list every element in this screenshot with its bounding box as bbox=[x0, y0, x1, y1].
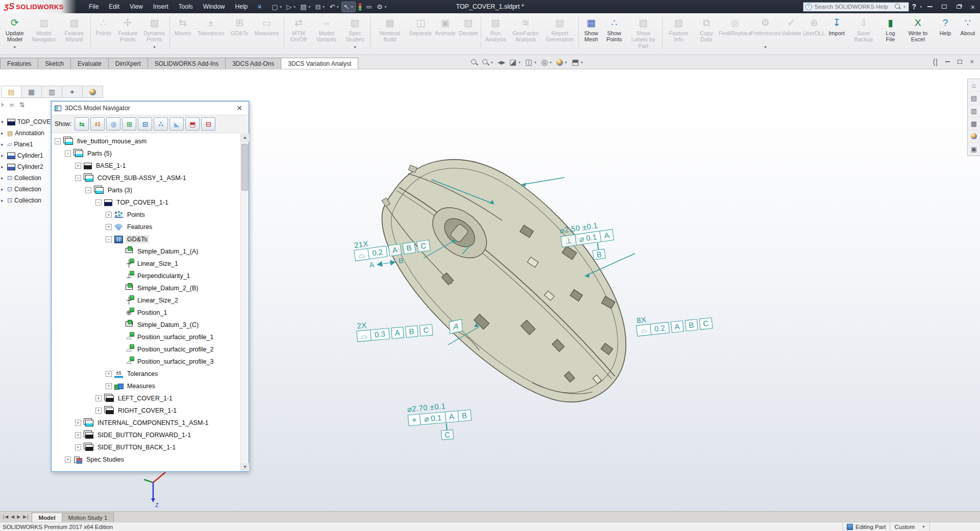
menu-file[interactable]: File bbox=[84, 1, 104, 12]
navigator-title-bar[interactable]: 3DCS Model Navigator ✕ bbox=[52, 102, 249, 115]
pin-icon[interactable]: ✈ bbox=[255, 2, 264, 12]
options-button[interactable]: ⚙▼ bbox=[375, 2, 389, 12]
custom-properties-button[interactable]: ▣ bbox=[968, 143, 980, 156]
dimxpert-tab[interactable]: ⌖ bbox=[62, 86, 83, 98]
collapse-pane-icon[interactable]: ⟨| bbox=[929, 57, 941, 67]
left-mini-icon-0[interactable]: ⊧ bbox=[1, 101, 5, 109]
navigator-tree-item[interactable]: +±1Tolerances bbox=[52, 368, 240, 380]
ribbon-userdll-button[interactable]: ⊛UserDLL bbox=[802, 16, 825, 43]
print-button[interactable]: ⊟▼ bbox=[314, 2, 327, 12]
expand-icon[interactable]: + bbox=[106, 371, 112, 377]
ribbon-separate-button[interactable]: ◫Separate bbox=[408, 16, 433, 43]
ribbon-geofactor-analysis-button[interactable]: ≋GeoFactor Analysis bbox=[508, 16, 543, 43]
navigator-tree-item[interactable]: +SIDE_BUTTON_BACK_1-1 bbox=[52, 441, 240, 453]
left-mini-icon-2[interactable]: ⇅ bbox=[19, 101, 25, 109]
ribbon-model-navigator-button[interactable]: ▥Model Navigator bbox=[29, 16, 60, 43]
bottom-tab-motion-study-1[interactable]: Motion Study 1 bbox=[62, 513, 114, 522]
tab-scroll-buttons[interactable]: |◀◀▶▶| bbox=[0, 512, 32, 522]
restore-button[interactable] bbox=[937, 0, 951, 13]
tab-dimxpert[interactable]: DimXpert bbox=[108, 58, 148, 69]
tab-features[interactable]: Features bbox=[0, 58, 38, 69]
ribbon-moves-button[interactable]: ⇆Moves bbox=[172, 16, 194, 37]
collapse-icon[interactable]: − bbox=[55, 138, 61, 144]
view-settings-button[interactable]: ⬒▼ bbox=[570, 57, 585, 68]
navigator-tree-item[interactable]: ⌓Position_surfacic_profile_2 bbox=[52, 343, 240, 356]
collapse-icon[interactable]: − bbox=[65, 150, 71, 157]
ribbon-gd-ts-button[interactable]: ⊞GD&Ts bbox=[228, 16, 252, 37]
navigator-tree-item[interactable]: ┼Linear_Size_1 bbox=[52, 258, 240, 270]
expand-icon[interactable]: + bbox=[106, 383, 112, 389]
ribbon-write-to-excel-button[interactable]: XWrite to Excel bbox=[901, 16, 934, 43]
search-dropdown-icon[interactable]: ▼ bbox=[903, 5, 906, 9]
ribbon-validate-button[interactable]: ✓Validate bbox=[780, 16, 802, 43]
scrollbar-thumb[interactable] bbox=[241, 144, 248, 191]
ribbon-nominal-build-button[interactable]: ▦Nominal Build bbox=[372, 16, 408, 43]
flyout-caret-icon[interactable]: ▼ bbox=[153, 45, 156, 49]
select-button[interactable]: ↖▼ bbox=[342, 2, 355, 12]
expand-icon[interactable]: + bbox=[65, 457, 71, 463]
configuration-selector[interactable]: Custom bbox=[894, 524, 915, 530]
expand-icon[interactable]: + bbox=[75, 432, 81, 438]
show-mtm-button[interactable]: ⊟ bbox=[201, 117, 215, 131]
navigator-tree-item[interactable]: Simple_Datum_1_(A) bbox=[52, 245, 240, 258]
ribbon-measures-button[interactable]: ▭Measures bbox=[252, 16, 282, 37]
show-circular-tols-button[interactable]: ◎ bbox=[106, 117, 120, 131]
help-caret-icon[interactable]: ▼ bbox=[919, 5, 923, 9]
tab-nav-icon[interactable]: ▶ bbox=[17, 514, 21, 519]
collapse-icon[interactable]: − bbox=[95, 199, 102, 206]
gdt-callout-perpendicularity[interactable]: ⌀2.50 ±0.1 ⊥ ⌀ 0.1 A B bbox=[559, 219, 617, 264]
featuremanager-tab[interactable]: ▤ bbox=[1, 86, 21, 98]
zoom-fit-button[interactable] bbox=[469, 58, 480, 67]
navigator-tree-item[interactable]: −Parts (5) bbox=[52, 147, 240, 160]
scroll-down-icon[interactable]: ▼ bbox=[241, 463, 249, 471]
expand-icon[interactable]: + bbox=[95, 408, 102, 414]
flyout-caret-icon[interactable]: ▼ bbox=[353, 45, 357, 49]
navigator-tree-item[interactable]: +Measures bbox=[52, 380, 240, 392]
tab-nav-icon[interactable]: ▶| bbox=[23, 514, 29, 519]
navigator-tree-item[interactable]: +SIDE_BUTTON_FORWARD_1-1 bbox=[52, 429, 240, 441]
collapse-icon[interactable]: − bbox=[106, 236, 112, 242]
navigator-tree-item[interactable]: +BASE_1-1 bbox=[52, 160, 240, 172]
appearances-tab[interactable] bbox=[83, 86, 103, 98]
ribbon-about-button[interactable]: ∵About bbox=[957, 16, 979, 43]
section-view-button[interactable]: ◪▼ bbox=[507, 57, 523, 68]
navigator-tree-item[interactable]: +Points bbox=[52, 209, 240, 221]
options-list-button[interactable]: ≔ bbox=[364, 2, 374, 12]
navigator-tree-item[interactable]: ┼Linear_Size_2 bbox=[52, 294, 240, 307]
show-moves-button[interactable]: ⇆ bbox=[75, 117, 89, 131]
show-points-button[interactable]: ∴ bbox=[154, 117, 168, 131]
undo-button[interactable]: ↶▼ bbox=[328, 2, 341, 12]
navigator-tree-item[interactable]: −Parts (3) bbox=[52, 184, 240, 196]
ribbon-tolerances-button[interactable]: ±Tolerances bbox=[194, 16, 227, 37]
navigator-tree-item[interactable]: −COVER_SUB-ASSY_1_ASM-1 bbox=[52, 172, 240, 184]
expand-icon[interactable]: + bbox=[106, 224, 112, 230]
expand-icon[interactable]: + bbox=[75, 163, 81, 169]
navigator-scrollbar[interactable]: ▲ ▼ bbox=[240, 134, 249, 471]
navigator-tree-item[interactable]: ⊥Perpendicularity_1 bbox=[52, 270, 240, 282]
save-button[interactable]: ▤▼ bbox=[299, 2, 312, 12]
gdt-callout-position[interactable]: ⌀2.70 ±0.1 ⌖ ⌀ 0.1 A B C bbox=[407, 399, 473, 443]
ribbon-run-analysis-button[interactable]: ▧Run Analysis bbox=[483, 16, 508, 43]
navigator-tree-item[interactable]: ⊕Position_1 bbox=[52, 307, 240, 319]
search-box[interactable]: ? ▼ bbox=[803, 2, 909, 12]
view-palette-button[interactable]: ▦ bbox=[968, 117, 980, 130]
ribbon-feature-wizard-button[interactable]: ▨Feature Wizard bbox=[59, 16, 89, 43]
configuration-caret-icon[interactable]: ▼ bbox=[922, 525, 925, 528]
design-library-button[interactable]: ▤ bbox=[968, 92, 980, 105]
menu-view[interactable]: View bbox=[125, 1, 148, 12]
tab-sketch[interactable]: Sketch bbox=[38, 58, 71, 69]
show-features-button[interactable]: ◣ bbox=[169, 117, 184, 131]
expand-icon[interactable]: + bbox=[75, 444, 81, 450]
navigator-close-icon[interactable]: ✕ bbox=[233, 104, 246, 112]
appearances-button[interactable]: ● bbox=[968, 130, 980, 143]
open-file-button[interactable]: ▷▼ bbox=[285, 2, 298, 12]
ribbon-mtm-on-off-button[interactable]: ⇄MTM On/Off bbox=[286, 16, 312, 43]
navigator-tree-item[interactable]: ⌓Position_surfacic_profile_3 bbox=[52, 356, 240, 368]
tab-solidworks-add-ins[interactable]: SOLIDWORKS Add-Ins bbox=[148, 58, 226, 69]
ribbon-show-points-button[interactable]: ∴Show Points bbox=[602, 16, 626, 49]
navigator-tree-item[interactable]: +Features bbox=[52, 221, 240, 233]
flyout-caret-icon[interactable]: ▼ bbox=[13, 45, 16, 49]
ribbon-feature-info-button[interactable]: ▧Feature Info bbox=[664, 16, 693, 43]
expand-icon[interactable]: + bbox=[75, 420, 81, 426]
navigator-tree-item[interactable]: +LEFT_COVER_1-1 bbox=[52, 392, 240, 404]
